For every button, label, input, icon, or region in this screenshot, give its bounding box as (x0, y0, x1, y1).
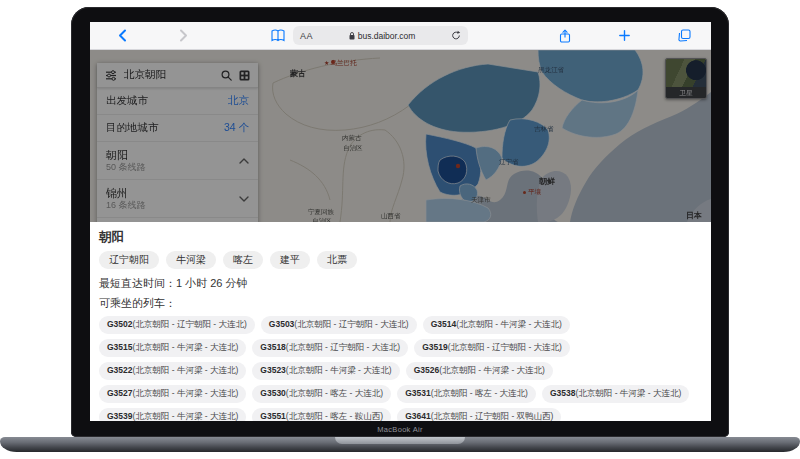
station-tag[interactable]: 辽宁朝阳 (99, 251, 159, 269)
city-title: 朝阳 (99, 229, 703, 246)
sidebar-field-row[interactable]: 出发城市北京 (97, 88, 258, 115)
trains-label: 可乘坐的列车： (99, 296, 703, 311)
shortest-time-text: 最短直达时间：1 小时 26 分钟 (99, 276, 703, 291)
sidebar-panel: 北京朝阳 出发城市北京目的地城市34 个 朝阳50 条线路锦州16 条线路大连1… (97, 63, 258, 222)
back-icon[interactable] (118, 29, 127, 42)
station-tag[interactable]: 北票 (317, 251, 357, 269)
new-tab-icon[interactable] (619, 30, 630, 41)
bookmarks-icon[interactable] (271, 29, 285, 42)
laptop-frame: AA bus.daibor.com (71, 7, 729, 437)
station-tag[interactable]: 牛河梁 (166, 251, 216, 269)
station-tag[interactable]: 建平 (270, 251, 310, 269)
train-chip[interactable]: G3641(北京朝阳 - 辽宁朝阳 - 双鸭山西) (397, 408, 561, 421)
city-routes-count: 16 条线路 (106, 200, 146, 211)
train-chip[interactable]: G3526(北京朝阳 - 牛河梁 - 大连北) (406, 362, 553, 380)
train-chip[interactable]: G3539(北京朝阳 - 牛河梁 - 大连北) (99, 408, 246, 421)
sidebar-field-row[interactable]: 目的地城市34 个 (97, 115, 258, 142)
city-name: 锦州 (106, 187, 146, 200)
satellite-toggle[interactable]: 卫星 (665, 58, 707, 99)
address-bar[interactable]: AA bus.daibor.com (293, 26, 468, 45)
url-text: bus.daibor.com (358, 31, 416, 41)
beijing-marker (456, 164, 460, 168)
filter-icon[interactable] (105, 70, 117, 81)
device-brand: MacBook Air (71, 425, 729, 434)
share-icon[interactable] (559, 29, 571, 43)
lock-icon (349, 32, 355, 40)
train-chip[interactable]: G3518(北京朝阳 - 辽宁朝阳 - 大连北) (252, 339, 408, 357)
sidebar-city-row[interactable]: 大连18 条线路 (97, 218, 258, 222)
chevron-down-icon[interactable] (239, 196, 249, 202)
train-chip[interactable]: G3515(北京朝阳 - 牛河梁 - 大连北) (99, 339, 246, 357)
search-icon[interactable] (221, 70, 232, 81)
forward-icon[interactable] (179, 29, 188, 42)
ulaanbaatar-marker (331, 60, 335, 64)
chevron-up-icon[interactable] (239, 158, 249, 164)
train-chip[interactable]: G3523(北京朝阳 - 牛河梁 - 大连北) (252, 362, 399, 380)
train-list: G3502(北京朝阳 - 辽宁朝阳 - 大连北)G3503(北京朝阳 - 辽宁朝… (99, 316, 703, 421)
field-label: 目的地城市 (106, 121, 159, 135)
train-chip[interactable]: G3519(北京朝阳 - 辽宁朝阳 - 大连北) (414, 339, 570, 357)
station-tag[interactable]: 喀左 (223, 251, 263, 269)
search-bar[interactable]: 北京朝阳 (97, 63, 258, 88)
satellite-preview (666, 59, 706, 87)
field-value[interactable]: 北京 (228, 94, 249, 108)
train-chip[interactable]: G3502(北京朝阳 - 辽宁朝阳 - 大连北) (99, 316, 255, 334)
grid-icon[interactable] (239, 70, 250, 81)
city-detail-section: 朝阳 辽宁朝阳牛河梁喀左建平北票 最短直达时间：1 小时 26 分钟 可乘坐的列… (90, 222, 711, 421)
satellite-label: 卫星 (666, 87, 706, 98)
train-chip[interactable]: G3531(北京朝阳 - 喀左 - 大连北) (397, 385, 536, 403)
city-routes-count: 50 条线路 (106, 162, 146, 173)
train-chip[interactable]: G3551(北京朝阳 - 喀左 - 鞍山西) (252, 408, 391, 421)
reload-icon[interactable] (451, 30, 461, 41)
screen: AA bus.daibor.com (90, 22, 711, 421)
reader-button[interactable]: AA (300, 31, 313, 41)
train-chip[interactable]: G3538(北京朝阳 - 牛河梁 - 大连北) (542, 385, 689, 403)
field-label: 出发城市 (106, 94, 148, 108)
search-input[interactable]: 北京朝阳 (124, 68, 221, 82)
train-chip[interactable]: G3530(北京朝阳 - 喀左 - 大连北) (252, 385, 391, 403)
train-chip[interactable]: G3503(北京朝阳 - 辽宁朝阳 - 大连北) (261, 316, 417, 334)
sidebar-city-row[interactable]: 锦州16 条线路 (97, 180, 258, 218)
field-value[interactable]: 34 个 (224, 121, 249, 135)
city-name: 朝阳 (106, 149, 146, 162)
browser-toolbar: AA bus.daibor.com (90, 22, 711, 50)
sidebar-fields: 出发城市北京目的地城市34 个 (97, 88, 258, 142)
sidebar-city-row[interactable]: 朝阳50 条线路 (97, 142, 258, 180)
train-chip[interactable]: G3522(北京朝阳 - 牛河梁 - 大连北) (99, 362, 246, 380)
station-tags: 辽宁朝阳牛河梁喀左建平北票 (99, 251, 703, 269)
train-chip[interactable]: G3514(北京朝阳 - 牛河梁 - 大连北) (423, 316, 570, 334)
train-chip[interactable]: G3527(北京朝阳 - 牛河梁 - 大连北) (99, 385, 246, 403)
tabs-icon[interactable] (678, 29, 691, 42)
map-canvas[interactable]: 蒙古★乌兰巴托内蒙古自治区宁夏回族自治区山西省天津市辽宁省吉林省黑龙江省朝鲜平壤… (90, 50, 711, 222)
laptop-hinge-notch (335, 437, 465, 444)
sidebar-cities: 朝阳50 条线路锦州16 条线路大连18 条线路 (97, 142, 258, 222)
